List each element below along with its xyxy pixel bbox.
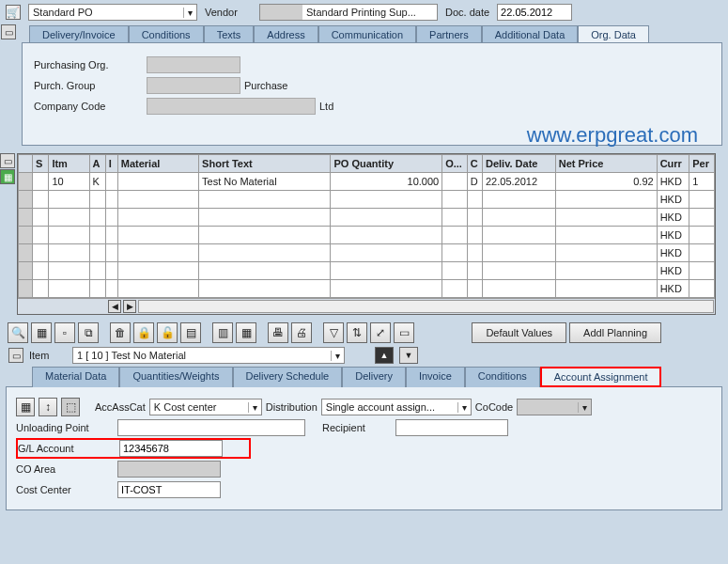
tab-org-data[interactable]: Org. Data (578, 25, 649, 43)
col-sel[interactable] (19, 155, 33, 173)
dist-icon1[interactable]: ▥ (212, 322, 233, 343)
item-select-dropdown[interactable]: 1 [ 10 ] Test No Material ▾ (72, 347, 345, 364)
copy-icon[interactable]: ⧉ (78, 322, 99, 343)
tab-material-data[interactable]: Material Data (32, 367, 119, 387)
table-row[interactable]: 10 K Test No Material 10.000 D 22.05.201… (19, 173, 715, 191)
tab-partners[interactable]: Partners (416, 25, 482, 43)
collapse-item-detail-icon[interactable]: ▭ (8, 348, 23, 363)
aa-sort-icon[interactable]: ↕ (39, 398, 57, 416)
col-short-text[interactable]: Short Text (199, 155, 331, 173)
header-bar: 🛒 Standard PO ▾ Vendor Standard Printing… (0, 0, 728, 24)
item-select-value: 1 [ 10 ] Test No Material (73, 350, 331, 361)
tab-conditions[interactable]: Conditions (129, 25, 204, 43)
col-order-unit[interactable]: O... (442, 155, 468, 173)
tab-delivery[interactable]: Delivery (342, 367, 406, 387)
scroll-right-icon[interactable]: ▶ (123, 300, 136, 313)
tab-quantities-weights[interactable]: Quantities/Weights (119, 367, 232, 387)
cart-icon[interactable]: 🛒 (6, 5, 21, 20)
table-row[interactable]: HKD (19, 209, 715, 227)
dropdown-icon[interactable]: ▾ (578, 402, 591, 413)
deselect-icon[interactable]: ▫ (54, 322, 75, 343)
tab-communication[interactable]: Communication (318, 25, 416, 43)
sort-icon[interactable]: ⇅ (347, 322, 367, 343)
table-row[interactable]: HKD (19, 280, 715, 298)
dropdown-icon[interactable]: ▾ (457, 402, 471, 413)
purch-org-value-mask (147, 56, 240, 73)
dist-icon2[interactable]: ▦ (236, 322, 256, 343)
doc-date-label: Doc. date (445, 7, 489, 18)
print-preview-icon[interactable]: 🖶 (268, 322, 288, 343)
find-icon[interactable]: 🔍 (8, 322, 28, 343)
purch-group-value-mask (147, 77, 240, 94)
tab-delivery-schedule[interactable]: Delivery Schedule (233, 367, 343, 387)
item-up-button[interactable]: ▲ (375, 347, 394, 364)
cost-center-label: Cost Center (16, 484, 110, 495)
item-down-button[interactable]: ▼ (399, 347, 418, 364)
po-type-text: Standard PO (29, 7, 183, 18)
col-s[interactable]: S (33, 155, 49, 173)
col-per[interactable]: Per (689, 155, 715, 173)
tab-item-conditions[interactable]: Conditions (465, 367, 540, 387)
layout-icon[interactable]: ▭ (394, 322, 414, 343)
tab-address[interactable]: Address (254, 25, 318, 43)
org-data-panel: Purchasing Org. Purch. Group Purchase Co… (22, 42, 722, 146)
distribution-value: Single account assign... (322, 401, 457, 413)
dropdown-icon[interactable]: ▾ (183, 8, 196, 18)
purch-group-text: Purchase (244, 80, 287, 91)
grid-header-row: S Itm A I Material Short Text PO Quantit… (19, 155, 715, 173)
cocode-dropdown[interactable]: ▾ (517, 399, 592, 415)
col-deliv-date[interactable]: Deliv. Date (483, 155, 556, 173)
vendor-dropdown[interactable]: Standard Printing Sup... (259, 4, 438, 21)
recipient-input[interactable] (395, 419, 508, 436)
collapse-items-icon[interactable]: ▭ (0, 153, 15, 168)
unloading-point-input[interactable] (117, 419, 305, 436)
select-all-icon[interactable]: ▦ (31, 322, 52, 343)
cocode-label: CoCode (475, 401, 513, 413)
dropdown-icon[interactable]: ▾ (248, 402, 261, 413)
tab-texts[interactable]: Texts (204, 25, 255, 43)
table-row[interactable]: HKD (19, 191, 715, 209)
filter-icon[interactable]: ▽ (323, 322, 344, 343)
col-c[interactable]: C (467, 155, 482, 173)
table-row[interactable]: HKD (19, 227, 715, 244)
tab-delivery-invoice[interactable]: Delivery/Invoice (29, 25, 129, 43)
doc-date-input[interactable] (497, 4, 572, 21)
expand-icon[interactable]: ⤢ (370, 322, 391, 343)
col-curr[interactable]: Curr (657, 155, 689, 173)
unloading-point-label: Unloading Point (16, 422, 110, 433)
col-a[interactable]: A (89, 155, 105, 173)
tab-account-assignment[interactable]: Account Assignment (540, 367, 662, 387)
cost-center-input[interactable] (117, 481, 221, 498)
distribution-dropdown[interactable]: Single account assign... ▾ (321, 399, 472, 415)
gl-account-input[interactable] (119, 440, 223, 457)
lock-icon[interactable]: 🔒 (133, 322, 154, 343)
col-po-quantity[interactable]: PO Quantity (331, 155, 442, 173)
distribution-label: Distribution (266, 401, 318, 413)
col-itm[interactable]: Itm (49, 155, 89, 173)
col-net-price[interactable]: Net Price (555, 155, 657, 173)
unlock-icon[interactable]: 🔓 (157, 322, 178, 343)
default-values-button[interactable]: Default Values (472, 322, 566, 343)
select-all-icon[interactable]: ▦ (0, 169, 15, 184)
details-icon[interactable]: ▤ (180, 322, 201, 343)
co-area-input[interactable] (117, 461, 221, 478)
item-label: Item (29, 350, 67, 361)
delete-icon[interactable]: 🗑 (110, 322, 131, 343)
print-icon[interactable]: 🖨 (291, 322, 312, 343)
table-row[interactable]: HKD (19, 244, 715, 262)
grid-hscroll[interactable]: ◀ ▶ (18, 298, 715, 314)
scroll-left-icon[interactable]: ◀ (108, 300, 121, 313)
addl-planning-button[interactable]: Addl Planning (569, 322, 661, 343)
dropdown-icon[interactable]: ▾ (331, 351, 344, 361)
col-material[interactable]: Material (117, 155, 198, 173)
tab-invoice[interactable]: Invoice (406, 367, 465, 387)
po-items-grid: S Itm A I Material Short Text PO Quantit… (17, 153, 716, 315)
table-row[interactable]: HKD (19, 262, 715, 280)
aa-layout-icon[interactable]: ▦ (16, 398, 35, 416)
tab-additional-data[interactable]: Additional Data (482, 25, 579, 43)
purch-group-label: Purch. Group (34, 80, 147, 91)
po-type-dropdown[interactable]: Standard PO ▾ (28, 4, 197, 21)
collapse-header-icon[interactable]: ▭ (1, 24, 16, 39)
accasscat-dropdown[interactable]: K Cost center ▾ (149, 399, 262, 415)
col-i[interactable]: I (105, 155, 117, 173)
